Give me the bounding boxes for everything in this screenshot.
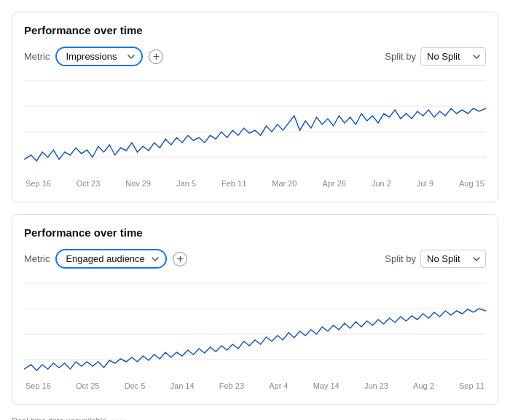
chart2-area: Sep 16 Oct 25 Dec 5 Jan 14 Feb 23 Apr 4 … <box>24 276 486 392</box>
chart2-x-label-9: Sep 11 <box>459 381 484 390</box>
chart2-x-label-0: Sep 16 <box>26 381 51 390</box>
chart1-x-label-4: Feb 11 <box>221 179 246 188</box>
chart1-controls: Metric Impressions Clicks CTR Conversion… <box>24 47 486 66</box>
chart1-title: Performance over time <box>24 24 486 36</box>
chart2-x-label-7: Jun 23 <box>364 381 388 390</box>
chart2-metric-select[interactable]: Engaged audience Impressions Clicks CTR <box>55 249 167 269</box>
chart1-x-label-6: Apr 26 <box>322 179 345 188</box>
chart2-split-label: Split by <box>385 253 416 264</box>
chart2-x-label-6: May 14 <box>313 381 340 390</box>
chart2-svg <box>24 276 486 378</box>
chart2-x-label-2: Dec 5 <box>125 381 146 390</box>
chart2-x-label-3: Jan 14 <box>170 381 195 390</box>
chart1-split-select[interactable]: No Split Device Country Query <box>420 47 486 66</box>
chart1-x-label-1: Oct 23 <box>76 179 100 188</box>
chart1-panel: Performance over time Metric Impressions… <box>12 12 498 202</box>
chart1-right-controls: Split by No Split Device Country Query <box>385 47 486 66</box>
chart2-x-label-5: Apr 4 <box>269 381 288 390</box>
chart1-x-label-2: Nov 29 <box>125 179 151 188</box>
chart2-panel: Performance over time Metric Engaged aud… <box>12 214 498 405</box>
chart1-svg <box>24 74 486 175</box>
chart1-area: Sep 16 Oct 23 Nov 29 Jan 5 Feb 11 Mar 20… <box>24 74 486 190</box>
chart2-left-controls: Metric Engaged audience Impressions Clic… <box>24 249 187 269</box>
chart1-add-metric-button[interactable]: + <box>149 49 163 64</box>
chart2-metric-label: Metric <box>24 253 50 264</box>
chart2-x-label-4: Feb 23 <box>219 381 244 390</box>
chart2-controls: Metric Engaged audience Impressions Clic… <box>24 249 486 269</box>
chart1-x-label-8: Jul 9 <box>417 179 434 188</box>
chart1-x-label-9: Aug 15 <box>459 179 484 188</box>
chart1-x-label-3: Jan 5 <box>176 179 196 188</box>
chart1-metric-select[interactable]: Impressions Clicks CTR Conversions <box>55 47 143 66</box>
chart1-x-label-5: Mar 20 <box>272 179 297 188</box>
chart2-right-controls: Split by No Split Device Country Query <box>385 250 486 268</box>
chart1-metric-label: Metric <box>24 51 50 62</box>
chart2-add-metric-button[interactable]: + <box>173 252 187 266</box>
chart2-title: Performance over time <box>24 226 486 239</box>
chart1-left-controls: Metric Impressions Clicks CTR Conversion… <box>24 47 163 66</box>
chart1-split-label: Split by <box>385 51 416 62</box>
chart2-x-axis: Sep 16 Oct 25 Dec 5 Jan 14 Feb 23 Apr 4 … <box>24 381 486 390</box>
chart1-x-label-0: Sep 16 <box>26 179 51 188</box>
chart2-x-label-8: Aug 2 <box>413 381 434 390</box>
chart1-x-axis: Sep 16 Oct 23 Nov 29 Jan 5 Feb 11 Mar 20… <box>24 179 486 188</box>
chart1-x-label-7: Jun 2 <box>372 179 391 188</box>
realtime-note: Real-time data unavailable. ↓↓↓↓ <box>12 416 510 420</box>
chart2-x-label-1: Oct 25 <box>76 381 99 390</box>
chart2-split-select[interactable]: No Split Device Country Query <box>420 250 486 268</box>
